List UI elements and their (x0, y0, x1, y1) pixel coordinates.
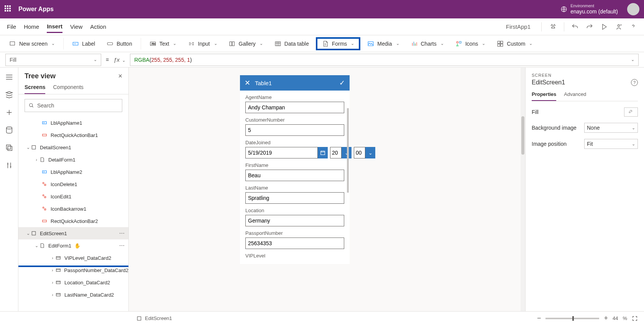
search-input[interactable]: Search (25, 99, 122, 112)
tree-node-rectquickactionbar2[interactable]: RectQuickActionBar2 (18, 215, 128, 227)
input-minute[interactable] (354, 147, 365, 158)
tree-node-lblappname2[interactable]: LblAppName2 (18, 166, 128, 178)
tree-node-iconbackarrow1[interactable]: IconBackarrow1 (18, 203, 128, 215)
tab-screens[interactable]: Screens (25, 84, 45, 94)
menu-view[interactable]: View (70, 21, 82, 32)
form-check-icon[interactable]: ✓ (339, 79, 345, 87)
form-close-icon[interactable]: ✕ (245, 79, 250, 87)
minute-dropdown-icon[interactable]: ⌄ (365, 147, 375, 158)
input-hour[interactable] (330, 147, 342, 158)
label-button[interactable]: Label (67, 38, 100, 49)
image-position-select[interactable]: Fit⌄ (584, 139, 638, 149)
icons-icon (455, 40, 462, 47)
tree-node-detailscreen1[interactable]: ⌄DetailScreen1 (18, 141, 128, 153)
redo-icon[interactable] (586, 23, 593, 31)
tree-node-rectquickactionbar1[interactable]: RectQuickActionBar1 (18, 129, 128, 141)
input-location[interactable] (245, 215, 344, 226)
form-preview[interactable]: ✕ Table1 ✓ AgentName CustomerNumber Date… (240, 75, 350, 264)
media-button[interactable]: Media⌄ (363, 38, 404, 49)
menu-file[interactable]: File (7, 21, 16, 32)
svg-point-20 (30, 104, 33, 107)
hour-dropdown-icon[interactable]: ⌄ (342, 147, 352, 158)
input-button[interactable]: Input⌄ (183, 38, 222, 49)
tree-node-editform1[interactable]: ⌄EditForm1✋⋯ (18, 239, 128, 252)
tree-node-lastname-datacard2[interactable]: ›LastName_DataCard2 (18, 289, 128, 301)
fill-color-picker[interactable] (624, 107, 638, 117)
tools-icon[interactable] (5, 161, 13, 170)
calendar-icon[interactable] (318, 147, 328, 158)
data-table-button[interactable]: Data table (270, 38, 314, 49)
svg-rect-28 (44, 196, 46, 198)
custom-button[interactable]: Custom⌄ (492, 38, 537, 49)
zoom-out-button[interactable]: − (537, 314, 541, 322)
environment-selector[interactable]: Environment enayu.com (default) (560, 3, 618, 15)
app-launcher-icon[interactable] (5, 5, 12, 13)
label-firstname: FirstName (245, 162, 344, 168)
tree-node-passportnumber-datacard2[interactable]: ›PassportNumber_DataCard2 (18, 264, 128, 276)
tree-node-location-datacard2[interactable]: ›Location_DataCard2 (18, 276, 128, 289)
gallery-button[interactable]: Gallery⌄ (224, 38, 268, 49)
input-agentname[interactable] (245, 102, 344, 113)
canvas-scrollbar-thumb[interactable] (521, 116, 524, 155)
button-control-button[interactable]: Button (102, 38, 136, 49)
tree-node-icondelete1[interactable]: IconDelete1 (18, 178, 128, 190)
formula-input[interactable]: RGBA(255, 255, 255, 1) ⌄ (130, 54, 639, 66)
bg-image-select[interactable]: None⌄ (584, 123, 638, 133)
input-passportnumber[interactable] (245, 238, 344, 249)
text-button[interactable]: Abc Text⌄ (145, 38, 181, 49)
canvas-scrollbar-track[interactable] (521, 68, 525, 311)
more-icon[interactable]: ⋯ (119, 243, 125, 249)
undo-icon[interactable] (571, 23, 579, 31)
input-date[interactable] (245, 147, 318, 158)
close-icon[interactable]: × (118, 72, 122, 80)
svg-rect-22 (43, 134, 47, 136)
svg-rect-26 (44, 184, 46, 186)
tab-components[interactable]: Components (53, 84, 83, 94)
media-rail-icon[interactable] (5, 144, 13, 152)
screen-icon (136, 316, 142, 321)
share-icon[interactable] (615, 23, 623, 31)
menu-insert[interactable]: Insert (47, 21, 62, 33)
svg-rect-30 (44, 209, 46, 210)
menu-home[interactable]: Home (24, 21, 39, 32)
tree-node-detailform1[interactable]: ›DetailForm1 (18, 153, 128, 166)
svg-rect-8 (232, 41, 234, 46)
form-scrollbar[interactable] (347, 108, 349, 193)
data-icon[interactable] (5, 126, 13, 134)
property-selector[interactable]: Fill ⌄ (5, 54, 101, 66)
button-icon (107, 40, 113, 47)
preview-icon[interactable] (600, 23, 608, 31)
zoom-in-button[interactable]: + (604, 314, 608, 322)
tree-node-lblappname1[interactable]: LblAppName1 (18, 117, 128, 129)
tree-node-iconedit1[interactable]: IconEdit1 (18, 190, 128, 203)
custom-icon (497, 40, 504, 47)
tree-node-editscreen1[interactable]: ⌄EditScreen1⋯ (18, 227, 128, 239)
avatar[interactable] (627, 3, 639, 15)
tree-node-viplevel-datacard2[interactable]: ›VIPLevel_DataCard2 (18, 252, 128, 264)
svg-rect-23 (32, 145, 35, 149)
tab-properties[interactable]: Properties (532, 91, 556, 101)
tab-advanced[interactable]: Advanced (564, 91, 586, 101)
label-agentname: AgentName (245, 94, 344, 100)
input-customernumber[interactable] (245, 124, 344, 136)
icons-button[interactable]: Icons⌄ (451, 38, 490, 49)
add-icon[interactable] (5, 108, 13, 117)
new-screen-button[interactable]: New screen⌄ (5, 38, 59, 49)
input-lastname[interactable] (245, 192, 344, 204)
forms-button[interactable]: Forms⌄ (316, 37, 361, 50)
info-icon[interactable]: ? (631, 79, 638, 86)
formula-expand-icon[interactable]: ⌄ (631, 57, 634, 62)
menu-action[interactable]: Action (90, 21, 106, 32)
zoom-slider[interactable] (545, 318, 599, 319)
fit-to-window-icon[interactable] (632, 315, 638, 322)
tree-view-icon[interactable] (5, 91, 13, 99)
charts-button[interactable]: Charts⌄ (406, 38, 449, 49)
more-icon[interactable]: ⋯ (119, 230, 125, 236)
input-firstname[interactable] (245, 170, 344, 181)
zoom-value: 44 (613, 315, 618, 321)
hamburger-icon[interactable] (5, 73, 13, 81)
fx-icon[interactable]: ƒx ⌄ (113, 56, 125, 63)
help-icon[interactable] (629, 23, 637, 31)
app-checker-icon[interactable] (549, 23, 557, 31)
svg-point-25 (43, 182, 44, 184)
